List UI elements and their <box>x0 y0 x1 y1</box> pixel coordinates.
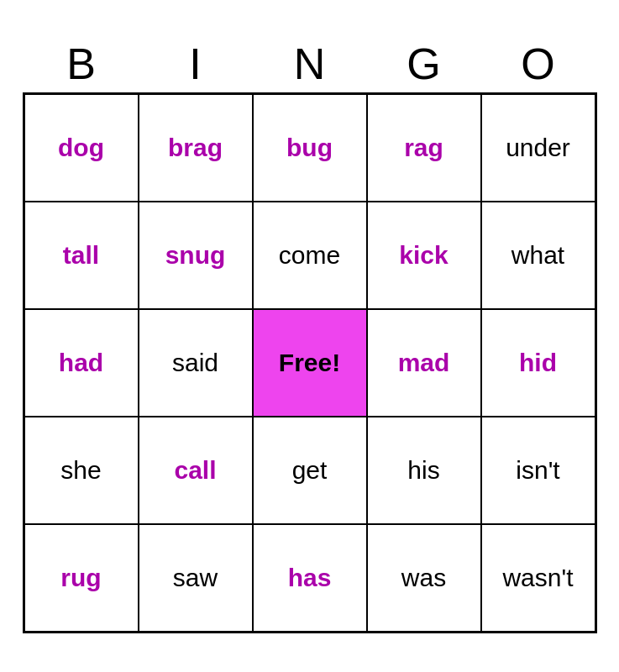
bingo-cell-r1-c2: come <box>253 202 367 309</box>
bingo-board: BINGO dogbragbugragundertallsnugcomekick… <box>24 39 595 633</box>
bingo-cell-r0-c2: bug <box>253 94 367 202</box>
bingo-cell-r0-c0: dog <box>24 94 139 202</box>
bingo-cell-r2-c2: Free! <box>253 309 367 417</box>
bingo-cell-r1-c3: kick <box>367 202 481 309</box>
bingo-grid: dogbragbugragundertallsnugcomekickwhatha… <box>23 92 597 633</box>
bingo-letter-g: G <box>367 39 481 89</box>
bingo-cell-r2-c4: hid <box>481 309 595 417</box>
bingo-cell-r2-c1: said <box>139 309 253 417</box>
bingo-cell-r0-c3: rag <box>367 94 481 202</box>
bingo-letter-o: O <box>481 39 595 89</box>
bingo-cell-r4-c2: has <box>253 524 367 632</box>
bingo-cell-r3-c2: get <box>253 417 367 524</box>
bingo-letter-b: B <box>24 39 139 89</box>
bingo-cell-r1-c1: snug <box>139 202 253 309</box>
bingo-cell-r4-c0: rug <box>24 524 139 632</box>
bingo-cell-r4-c4: wasn't <box>481 524 595 632</box>
bingo-cell-r3-c1: call <box>139 417 253 524</box>
bingo-cell-r0-c4: under <box>481 94 595 202</box>
bingo-cell-r3-c4: isn't <box>481 417 595 524</box>
bingo-letter-i: I <box>139 39 253 89</box>
bingo-cell-r1-c0: tall <box>24 202 139 309</box>
bingo-cell-r4-c3: was <box>367 524 481 632</box>
bingo-cell-r2-c0: had <box>24 309 139 417</box>
bingo-cell-r0-c1: brag <box>139 94 253 202</box>
bingo-cell-r3-c0: she <box>24 417 139 524</box>
bingo-cell-r1-c4: what <box>481 202 595 309</box>
bingo-cell-r3-c3: his <box>367 417 481 524</box>
bingo-cell-r4-c1: saw <box>139 524 253 632</box>
bingo-letter-n: N <box>253 39 367 89</box>
bingo-cell-r2-c3: mad <box>367 309 481 417</box>
bingo-header: BINGO <box>24 39 595 89</box>
